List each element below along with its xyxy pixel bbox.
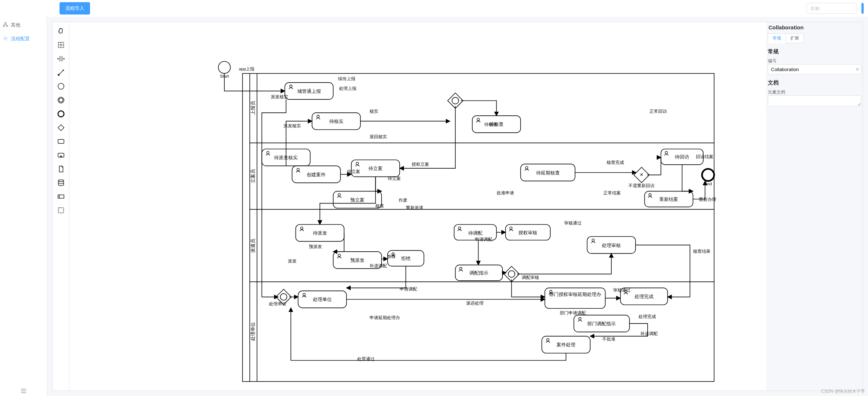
task-t1: 城管通上报 [285, 83, 333, 100]
task-t22: 案件处理 [542, 336, 590, 353]
id-input[interactable] [768, 64, 861, 74]
svg-text:授权审核: 授权审核 [518, 230, 537, 235]
svg-text:案件处理: 案件处理 [557, 342, 575, 347]
svg-text:派发: 派发 [288, 259, 297, 263]
palette-group[interactable] [53, 203, 69, 217]
palette-start-event[interactable] [53, 79, 69, 93]
svg-text:续传上报: 续传上报 [338, 76, 355, 81]
bpmn-palette [53, 22, 69, 391]
bpmn-diagram-canvas[interactable]: 上报员 立案员 派遣员 处理单位 Start End × 不需重新回访 [69, 22, 766, 391]
svg-text:处理上报: 处理上报 [339, 86, 356, 91]
clear-id-icon[interactable]: × [856, 67, 859, 72]
palette-participant[interactable] [53, 190, 69, 203]
sidebar-item-process-config[interactable]: 流程配置 [0, 32, 47, 46]
svg-text:申请调配: 申请调配 [400, 286, 417, 291]
tab-general[interactable]: 常规 [768, 33, 786, 43]
svg-text:部门授权审核延期处理办: 部门授权审核延期处理办 [549, 292, 601, 297]
task-t17: 处理审核 [587, 236, 635, 253]
svg-text:城管通上报: 城管通上报 [297, 88, 321, 94]
palette-data-store[interactable] [53, 176, 69, 190]
svg-text:退还处理: 退还处理 [466, 301, 484, 305]
svg-text:待核查: 待核查 [484, 122, 497, 127]
svg-rect-2 [7, 25, 8, 26]
task-t3: 待核实 [312, 113, 360, 130]
svg-text:审核通过: 审核通过 [613, 288, 631, 292]
svg-text:重新办理: 重新办理 [699, 197, 716, 202]
svg-text:正常回访: 正常回访 [649, 109, 667, 114]
id-field-label: 编号 [768, 58, 861, 64]
gear-icon [3, 36, 8, 42]
canvas-wrap: 上报员 立案员 派遣员 处理单位 Start End × 不需重新回访 [47, 17, 868, 396]
sidebar-collapse-toggle[interactable] [21, 388, 27, 395]
svg-text:正常结案: 正常结案 [603, 190, 621, 195]
svg-rect-15 [58, 208, 64, 213]
svg-point-3 [5, 38, 6, 39]
svg-text:回访结案: 回访结案 [696, 154, 713, 159]
svg-rect-76 [545, 288, 606, 309]
palette-gateway[interactable] [53, 121, 69, 135]
palette-data-object[interactable] [53, 162, 69, 176]
svg-text:补遗调配: 补遗调配 [370, 263, 387, 268]
svg-text:待立案: 待立案 [388, 176, 401, 181]
svg-text:处理审核: 处理审核 [602, 243, 621, 248]
palette-end-event[interactable] [53, 107, 69, 121]
process-name-input[interactable] [806, 3, 857, 14]
import-process-button[interactable]: 流程导入 [60, 2, 90, 15]
task-t21: 部门调配指示 [574, 315, 629, 332]
sidebar-item-label: 其他 [11, 22, 20, 28]
svg-text:处理单位: 处理单位 [313, 297, 332, 302]
task-t18: 处理单位 [298, 291, 346, 308]
sidebar-item-other[interactable]: 其他 [0, 18, 47, 32]
topbar: 流程导入 [0, 0, 868, 17]
svg-text:退回核实: 退回核实 [370, 134, 387, 139]
main-row: 其他 流程配置 [0, 17, 868, 396]
svg-text:待延期核查: 待延期核查 [536, 170, 560, 176]
palette-sub-process[interactable] [53, 148, 69, 162]
tab-extension[interactable]: 扩展 [786, 33, 804, 43]
svg-text:处理完成: 处理完成 [639, 314, 656, 319]
palette-space-tool[interactable] [53, 52, 69, 66]
svg-text:重新派遣: 重新派遣 [406, 205, 423, 210]
canvas-outer: 上报员 立案员 派遣员 处理单位 Start End × 不需重新回访 [52, 22, 863, 391]
svg-text:调配指示: 调配指示 [469, 270, 488, 276]
svg-text:批准申请: 批准申请 [497, 190, 514, 195]
svg-text:不需重新回访: 不需重新回访 [628, 183, 655, 188]
svg-rect-14 [58, 195, 64, 198]
svg-text:处置通过: 处置通过 [357, 356, 375, 361]
svg-text:待回访: 待回访 [675, 154, 689, 160]
properties-panel: Collaboration 常规 扩展 常规 编号 × 文档 元素文档 [766, 22, 863, 391]
svg-text:待核实: 待核实 [329, 119, 343, 124]
svg-text:处理单位: 处理单位 [250, 322, 256, 341]
svg-text:核查完成: 核查完成 [606, 160, 624, 165]
right-edge-button-slice[interactable] [861, 3, 864, 14]
svg-text:待立案: 待立案 [347, 169, 360, 174]
palette-intermediate-event[interactable] [53, 93, 69, 107]
svg-text:申请延期处理办: 申请延期处理办 [370, 315, 400, 320]
svg-text:预立案: 预立案 [350, 197, 364, 203]
task-t5: 创建案件 [292, 166, 341, 183]
task-t19: 部门授权审核延期处理办 [545, 288, 606, 309]
palette-task[interactable] [53, 135, 69, 148]
palette-hand-tool[interactable] [53, 24, 69, 38]
svg-text:重新结案: 重新结案 [659, 197, 678, 202]
svg-text:app上报: app上报 [239, 66, 254, 71]
doc-field-label: 元素文档 [768, 89, 861, 95]
svg-text:补遗调配: 补遗调配 [640, 331, 658, 336]
svg-text:调配审核: 调配审核 [522, 275, 539, 280]
palette-lasso-tool[interactable] [53, 38, 69, 52]
task-t13: 授权审核 [506, 224, 550, 240]
svg-text:核查结果: 核查结果 [693, 249, 710, 253]
svg-point-8 [59, 98, 63, 102]
svg-text:预派发: 预派发 [309, 244, 322, 249]
svg-text:不批准: 不批准 [602, 337, 615, 341]
doc-textarea[interactable] [768, 95, 861, 106]
svg-text:×: × [640, 171, 643, 178]
svg-point-13 [58, 180, 64, 182]
svg-text:处理单位: 处理单位 [269, 301, 286, 306]
svg-text:申请调配: 申请调配 [475, 237, 492, 242]
section-doc-header: 文档 [768, 79, 861, 86]
svg-point-29 [702, 169, 714, 181]
section-general-header: 常规 [768, 48, 861, 55]
svg-text:处理完成: 处理完成 [635, 294, 653, 299]
palette-global-connect-tool[interactable] [53, 66, 69, 79]
